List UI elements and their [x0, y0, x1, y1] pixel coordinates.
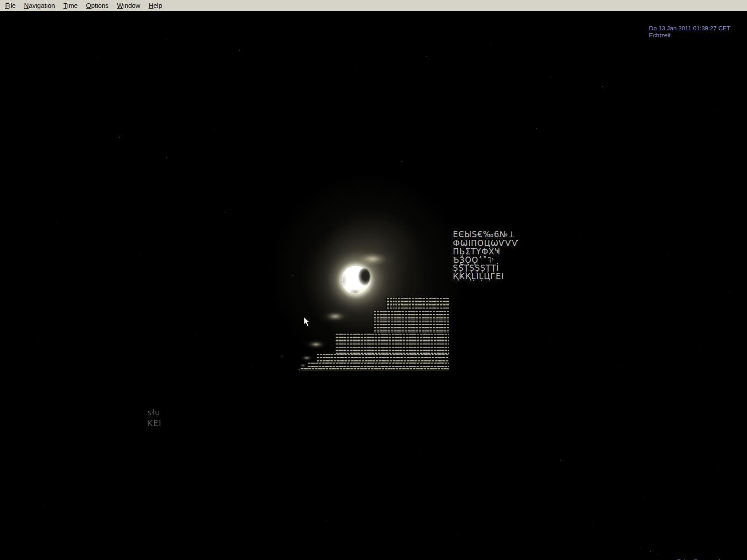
- glow-blob: [319, 309, 351, 324]
- background-star: [299, 33, 299, 33]
- background-star: [551, 77, 551, 77]
- procyon-star-sphere[interactable]: [341, 266, 370, 294]
- background-star: [402, 161, 402, 162]
- background-star: [467, 142, 467, 143]
- background-star: [317, 97, 318, 97]
- background-star: [293, 275, 294, 276]
- corrupted-glyph-row: ФѠІПОЦѠѴѴѴ: [453, 239, 519, 247]
- background-star: [551, 338, 551, 339]
- corrupted-label-line1: słu: [148, 407, 162, 418]
- background-star: [196, 334, 197, 334]
- hud-datetime: Do 13 Jan 2011 01:39:27 CET: [649, 25, 731, 32]
- background-star: [28, 152, 28, 152]
- celestia-window: FileNavigationTimeOptionsWindowHelp ЕЄЫЅ…: [0, 0, 747, 560]
- background-star: [252, 366, 253, 367]
- corrupted-glyph-row: ȘȘȚȘȘȘȚȚİ: [453, 264, 499, 272]
- background-star: [579, 236, 579, 236]
- background-star: [140, 254, 141, 255]
- background-star: [641, 547, 641, 548]
- glow-blob: [298, 363, 308, 368]
- background-star: [490, 44, 491, 45]
- menu-item-options[interactable]: Options: [82, 1, 113, 10]
- background-star: [289, 441, 290, 441]
- hud-time-mode: Echtzeit: [649, 32, 670, 39]
- background-star: [514, 208, 514, 208]
- corrupted-stripe-step: [374, 311, 449, 334]
- corrupted-glyph-row: ҚҜҚĻІĻЦГЕІ: [453, 272, 504, 280]
- background-star: [239, 50, 240, 51]
- corrupted-glyph-row: ЕЄЫЅ€‰6№⊥: [453, 230, 515, 238]
- background-star: [536, 128, 537, 129]
- background-star: [626, 166, 626, 166]
- background-star: [42, 506, 42, 507]
- menu-item-file[interactable]: File: [1, 1, 20, 10]
- background-star: [56, 222, 56, 222]
- background-star: [355, 469, 355, 469]
- corrupted-stripe-step: [300, 368, 449, 371]
- background-star: [663, 63, 663, 63]
- background-star: [166, 40, 166, 40]
- sphere-dark-patch-right: [359, 268, 370, 285]
- nebula-haze-upper: [324, 210, 422, 285]
- background-star: [93, 310, 94, 311]
- background-star: [327, 520, 327, 521]
- background-star: [119, 137, 120, 138]
- background-star: [426, 56, 427, 57]
- background-star: [593, 525, 593, 525]
- sphere-gray-patch-bottom: [350, 289, 360, 294]
- mouse-cursor-icon: [303, 316, 311, 327]
- background-star: [37, 338, 38, 339]
- menu-item-help[interactable]: Help: [144, 1, 166, 10]
- corrupted-stripe-step: [335, 334, 449, 354]
- background-star: [154, 534, 155, 535]
- corrupted-stripe-step: [307, 363, 449, 368]
- background-star: [40, 68, 40, 68]
- background-star: [714, 110, 715, 110]
- background-star: [657, 554, 658, 554]
- background-star: [495, 310, 495, 311]
- corrupted-label-line2: ΚΕΙ: [148, 418, 162, 429]
- background-star: [650, 551, 651, 552]
- background-star: [700, 348, 701, 348]
- background-star: [728, 292, 729, 292]
- background-star: [719, 469, 719, 469]
- background-star: [261, 273, 262, 273]
- background-star: [187, 478, 187, 479]
- menu-item-window[interactable]: Window: [113, 1, 145, 10]
- menu-items: FileNavigationTimeOptionsWindowHelp: [1, 1, 166, 10]
- hud-follow-target: Folge Procyon A: [677, 558, 721, 560]
- background-star: [98, 56, 99, 56]
- background-star: [420, 450, 421, 451]
- background-star: [486, 483, 486, 483]
- glow-blob: [304, 339, 328, 350]
- sphere-gray-patch-left: [341, 273, 346, 287]
- menu-item-time[interactable]: Time: [59, 1, 82, 10]
- background-star: [121, 455, 122, 455]
- background-star: [224, 212, 225, 213]
- background-star: [355, 68, 355, 68]
- corrupted-stripe-step: [317, 354, 449, 363]
- glow-blob: [299, 354, 314, 362]
- background-star: [644, 497, 645, 497]
- background-star: [65, 422, 66, 423]
- background-star: [282, 356, 282, 357]
- background-star: [621, 366, 621, 367]
- corrupted-label-text: słu ΚΕΙ: [148, 407, 162, 429]
- background-star: [668, 254, 668, 255]
- sky-viewport[interactable]: ЕЄЫЅ€‰6№⊥ФѠІПОЦѠѴѴѴПЬΣТҮФХҸѢѮǬǪ˂˟˥˒ȘȘȚȘȘ…: [0, 12, 747, 560]
- background-star: [458, 534, 458, 535]
- background-star: [560, 460, 561, 461]
- menu-bar: FileNavigationTimeOptionsWindowHelp: [0, 0, 747, 11]
- corrupted-stripe-step: [386, 298, 449, 311]
- corrupted-glyph-row: ПЬΣТҮФХҸ: [453, 247, 500, 256]
- background-star: [215, 128, 215, 129]
- background-star: [166, 157, 167, 158]
- menu-item-navigation[interactable]: Navigation: [20, 1, 59, 10]
- background-star: [710, 184, 710, 185]
- background-star: [602, 86, 603, 87]
